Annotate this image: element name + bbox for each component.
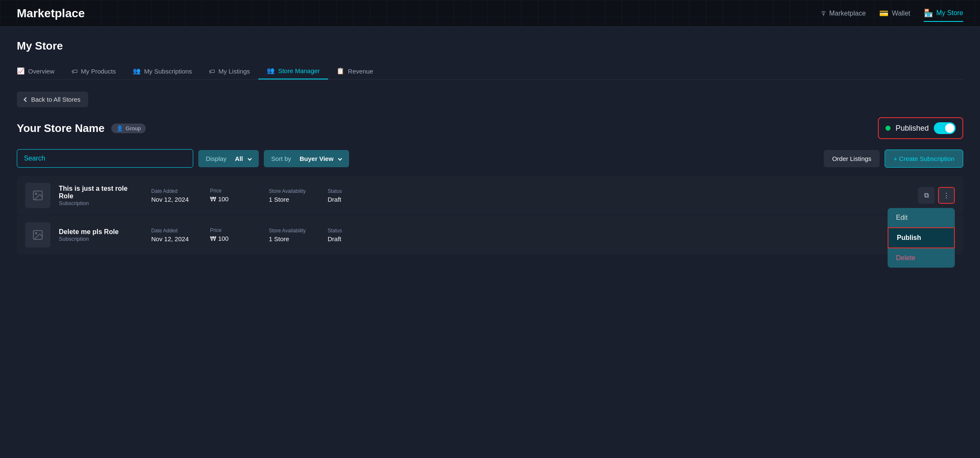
chevron-left-icon	[24, 97, 28, 102]
page-content: My Store 📈 Overview 🏷 My Products 👥 My S…	[0, 27, 980, 268]
search-input[interactable]	[17, 149, 193, 168]
group-badge-icon: 👤	[116, 125, 123, 132]
sort-label: Sort by	[271, 155, 292, 162]
listing-thumbnail	[25, 222, 50, 247]
price-label: Price	[210, 188, 260, 194]
group-badge-label: Group	[126, 125, 141, 132]
more-icon: ⋮	[943, 192, 950, 200]
create-subscription-button[interactable]: + Create Subscription	[885, 150, 963, 168]
date-label: Date Added	[151, 188, 202, 194]
back-button[interactable]: Back to All Stores	[17, 92, 88, 107]
date-value: Nov 12, 2024	[151, 235, 202, 242]
duplicate-icon: ⧉	[924, 192, 929, 199]
listing-status-field: Status Draft	[328, 188, 378, 203]
myproducts-icon: 🏷	[71, 68, 78, 75]
mysubscriptions-icon: 👥	[133, 67, 141, 75]
nav-marketplace-label: Marketplace	[829, 10, 866, 17]
subnav-mylistings[interactable]: 🏷 My Listings	[200, 63, 258, 79]
mylistings-icon: 🏷	[209, 68, 215, 75]
availability-label: Store Availability	[269, 188, 319, 194]
availability-value: 1 Store	[269, 235, 319, 242]
listing-row: Delete me pls Role Subscription Date Add…	[17, 216, 963, 254]
overview-icon: 📈	[17, 67, 25, 75]
availability-value: 1 Store	[269, 196, 319, 203]
listing-price-field: Price ₩ 100	[210, 188, 260, 203]
store-name: Your Store Name	[17, 122, 105, 135]
listing-row: This is just a test role Role Subscripti…	[17, 176, 963, 215]
price-value: ₩ 100	[210, 195, 260, 203]
nav-links: ⍒ Marketplace 💳 Wallet 🏪 My Store	[821, 5, 963, 22]
sub-navigation: 📈 Overview 🏷 My Products 👥 My Subscripti…	[17, 63, 963, 80]
context-publish[interactable]: Publish	[888, 227, 955, 248]
listing-thumbnail	[25, 183, 50, 208]
display-value: All	[235, 155, 243, 162]
group-badge: 👤 Group	[111, 124, 146, 133]
toolbar: Display All Sort by Buyer View Order Lis…	[17, 149, 963, 168]
page-title: My Store	[17, 39, 963, 53]
more-actions-button[interactable]: ⋮	[938, 187, 955, 204]
availability-label: Store Availability	[269, 228, 319, 234]
published-toggle[interactable]	[934, 122, 956, 134]
marketplace-icon: ⍒	[821, 9, 826, 18]
published-section: Published	[878, 117, 963, 139]
listing-availability-field: Store Availability 1 Store	[269, 188, 319, 203]
sort-button[interactable]: Sort by Buyer View	[264, 150, 349, 167]
context-menu: Edit Publish Delete	[888, 208, 955, 268]
listing-actions: ⧉ ⋮ Edit Publish Delete	[918, 187, 955, 204]
store-name-section: Your Store Name 👤 Group	[17, 122, 146, 135]
wallet-icon: 💳	[879, 9, 888, 18]
status-label: Status	[328, 228, 378, 234]
subnav-myproducts[interactable]: 🏷 My Products	[63, 63, 124, 79]
nav-marketplace[interactable]: ⍒ Marketplace	[821, 5, 866, 21]
listing-availability-field: Store Availability 1 Store	[269, 228, 319, 242]
listing-info: Delete me pls Role Subscription	[59, 228, 143, 242]
storemanager-icon: 👥	[267, 67, 275, 74]
mystore-icon: 🏪	[924, 8, 933, 18]
status-value: Draft	[328, 196, 378, 203]
status-label: Status	[328, 188, 378, 194]
listing-name: This is just a test role Role	[59, 185, 143, 200]
order-listings-button[interactable]: Order Listings	[824, 150, 880, 167]
revenue-icon: 📋	[336, 67, 344, 75]
date-label: Date Added	[151, 228, 202, 234]
app-title: Marketplace	[17, 7, 85, 20]
subnav-mysubscriptions[interactable]: 👥 My Subscriptions	[124, 63, 200, 79]
sort-value: Buyer View	[300, 155, 334, 162]
subnav-storemanager[interactable]: 👥 Store Manager	[258, 63, 328, 79]
listing-type: Subscription	[59, 200, 143, 206]
nav-wallet[interactable]: 💳 Wallet	[879, 5, 910, 21]
listing-date-field: Date Added Nov 12, 2024	[151, 188, 202, 203]
store-header: Your Store Name 👤 Group Published	[17, 117, 963, 139]
context-edit[interactable]: Edit	[888, 208, 955, 227]
display-label: Display	[206, 155, 226, 162]
display-chevron-icon	[247, 156, 252, 161]
sort-chevron-icon	[338, 156, 342, 161]
nav-mystore[interactable]: 🏪 My Store	[924, 5, 963, 22]
nav-wallet-label: Wallet	[892, 10, 910, 17]
listings-container: This is just a test role Role Subscripti…	[17, 176, 963, 254]
top-navigation: Marketplace ⍒ Marketplace 💳 Wallet 🏪 My …	[0, 0, 980, 27]
listing-status-field: Status Draft	[328, 228, 378, 242]
display-button[interactable]: Display All	[198, 150, 259, 167]
listing-date-field: Date Added Nov 12, 2024	[151, 228, 202, 242]
listing-name: Delete me pls Role	[59, 228, 143, 236]
svg-point-3	[35, 232, 37, 234]
price-value: ₩ 100	[210, 235, 260, 242]
subnav-overview[interactable]: 📈 Overview	[17, 63, 63, 79]
status-value: Draft	[328, 235, 378, 242]
published-label: Published	[896, 124, 929, 133]
subnav-revenue[interactable]: 📋 Revenue	[328, 63, 381, 79]
nav-mystore-label: My Store	[936, 9, 963, 17]
listing-price-field: Price ₩ 100	[210, 227, 260, 242]
duplicate-button[interactable]: ⧉	[918, 187, 935, 204]
listing-info: This is just a test role Role Subscripti…	[59, 185, 143, 206]
published-status-dot	[885, 126, 891, 131]
price-label: Price	[210, 227, 260, 233]
listing-type: Subscription	[59, 236, 143, 242]
svg-point-1	[35, 193, 37, 195]
date-value: Nov 12, 2024	[151, 196, 202, 203]
context-delete[interactable]: Delete	[888, 248, 955, 268]
